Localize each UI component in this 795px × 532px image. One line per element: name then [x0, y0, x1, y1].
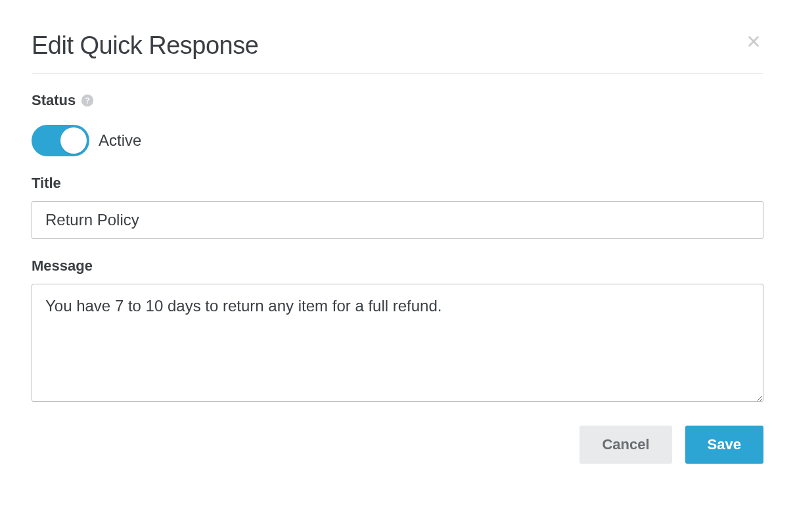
cancel-button[interactable]: Cancel	[579, 426, 671, 464]
status-label: Status	[32, 92, 76, 109]
save-button[interactable]: Save	[685, 426, 763, 464]
help-icon[interactable]	[81, 94, 94, 107]
modal-header: Edit Quick Response	[32, 32, 763, 74]
title-label-row: Title	[32, 175, 763, 192]
title-input[interactable]	[32, 201, 763, 239]
button-row: Cancel Save	[32, 426, 763, 464]
message-textarea[interactable]	[32, 284, 763, 402]
title-section: Title	[32, 175, 763, 239]
message-label-row: Message	[32, 257, 763, 275]
message-label: Message	[32, 257, 93, 275]
status-section: Status Active	[32, 92, 763, 156]
close-button[interactable]	[744, 32, 763, 51]
toggle-knob	[60, 127, 87, 154]
title-label: Title	[32, 175, 61, 192]
modal-title: Edit Quick Response	[32, 32, 258, 60]
edit-quick-response-modal: Edit Quick Response Status Active Title	[32, 32, 763, 464]
status-toggle-row: Active	[32, 125, 763, 156]
status-toggle-label: Active	[99, 131, 141, 150]
status-label-row: Status	[32, 92, 763, 109]
message-section: Message	[32, 257, 763, 405]
close-icon	[746, 34, 761, 49]
status-toggle[interactable]	[32, 125, 89, 156]
